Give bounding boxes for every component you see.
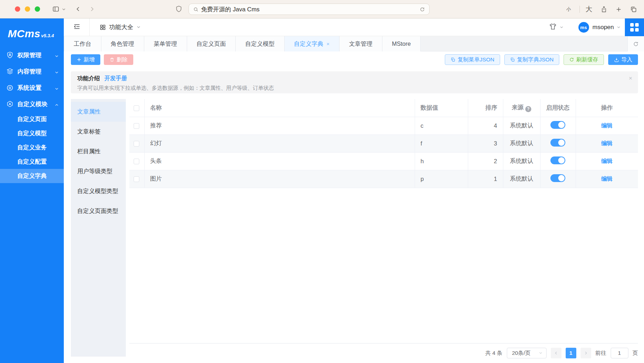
sidebar-subitem-label: 自定义页面 xyxy=(17,115,47,123)
sidebar-subitem-custom-model[interactable]: 自定义模型 xyxy=(0,126,64,141)
plus-icon xyxy=(77,57,82,62)
help-icon[interactable]: ? xyxy=(525,106,531,112)
shield-user-icon xyxy=(6,51,13,59)
refresh-icon xyxy=(569,57,574,62)
sidebar-item-label: 系统设置 xyxy=(17,84,55,92)
cell-source: 系统默认 xyxy=(503,170,540,188)
dict-nav-category-attr[interactable]: 栏目属性 xyxy=(71,142,126,161)
chevron-down-icon[interactable] xyxy=(617,24,621,31)
next-page-button[interactable] xyxy=(581,348,591,358)
browser-sidebar-icon[interactable] xyxy=(52,5,60,13)
close-banner-icon[interactable]: × xyxy=(629,75,632,82)
delete-button[interactable]: 删除 xyxy=(104,54,133,65)
row-checkbox[interactable] xyxy=(134,141,139,147)
user-avatar[interactable]: ms xyxy=(578,22,589,33)
row-checkbox[interactable] xyxy=(134,123,139,129)
address-bar[interactable]: 免费开源的 Java Cms xyxy=(189,4,430,15)
edit-link[interactable]: 编辑 xyxy=(601,122,612,128)
refresh-tab-button[interactable] xyxy=(627,36,644,51)
cell-value: c xyxy=(415,117,468,134)
minimize-window-button[interactable] xyxy=(25,6,30,12)
tab-label: 角色管理 xyxy=(111,40,134,48)
dict-nav-user-level[interactable]: 用户等级类型 xyxy=(71,161,126,181)
row-checkbox[interactable] xyxy=(134,159,139,164)
select-all-checkbox[interactable] xyxy=(134,105,139,111)
sidebar-subitem-custom-dict[interactable]: 自定义字典 xyxy=(0,169,64,183)
current-page-button[interactable]: 1 xyxy=(566,348,576,358)
table-header-row: 名称 数据值 排序 来源? 启用状态 操作 xyxy=(129,99,638,117)
collapse-sidebar-icon[interactable] xyxy=(73,23,81,32)
function-menu-button[interactable]: 功能大全 xyxy=(100,23,141,31)
sidebar-item-settings[interactable]: 系统设置 xyxy=(0,79,64,96)
tab-articles[interactable]: 文章管理 xyxy=(340,36,382,51)
page-size-select[interactable]: 20条/页 xyxy=(507,348,547,358)
table-row: 幻灯 f 3 系统默认 编辑 xyxy=(129,134,638,152)
tab-custom-dict[interactable]: 自定义字典 × xyxy=(285,36,340,51)
chevron-down-icon[interactable] xyxy=(560,24,564,31)
dict-nav-custom-model-type[interactable]: 自定义模型类型 xyxy=(71,181,126,201)
prev-page-button[interactable] xyxy=(551,348,561,358)
tab-menus[interactable]: 菜单管理 xyxy=(144,36,187,51)
close-window-button[interactable] xyxy=(15,6,20,12)
copy-dict-json-button[interactable]: 复制字典JSON xyxy=(504,54,559,65)
row-checkbox[interactable] xyxy=(134,176,139,182)
refresh-cache-button[interactable]: 刷新缓存 xyxy=(564,54,604,65)
dev-manual-link[interactable]: 开发手册 xyxy=(104,75,127,81)
import-button[interactable]: 导入 xyxy=(608,54,638,65)
reload-icon[interactable] xyxy=(420,7,425,12)
chevron-down-icon[interactable] xyxy=(62,7,66,11)
copy-menu-json-button[interactable]: 复制菜单JSON xyxy=(445,54,500,65)
privacy-shield-icon[interactable] xyxy=(176,5,182,12)
tab-custom-page[interactable]: 自定义页面 xyxy=(187,36,236,51)
sidebar-item-content[interactable]: 内容管理 xyxy=(0,63,64,79)
chevron-down-icon xyxy=(136,24,141,31)
zoom-window-button[interactable] xyxy=(35,6,40,12)
enabled-toggle[interactable] xyxy=(550,139,565,147)
cell-name: 幻灯 xyxy=(144,134,415,152)
username: msopen xyxy=(593,24,614,31)
new-tab-icon[interactable] xyxy=(616,6,622,12)
theme-tshirt-icon[interactable] xyxy=(549,23,557,32)
dict-nav-custom-page-type[interactable]: 自定义页面类型 xyxy=(71,201,126,221)
cell-sort: 2 xyxy=(468,152,503,170)
text-larger-button[interactable]: 大 xyxy=(586,5,592,14)
browser-chrome: 免费开源的 Java Cms 小 大 xyxy=(0,0,644,18)
sidebar-item-custom-modules[interactable]: 自定义模块 xyxy=(0,96,64,112)
sidebar-subitem-custom-page[interactable]: 自定义页面 xyxy=(0,112,64,126)
sidebar-subitem-custom-config[interactable]: 自定义配置 xyxy=(0,155,64,169)
app-grid-button[interactable] xyxy=(625,18,644,36)
cell-sort: 4 xyxy=(468,117,503,134)
page-unit-label: 页 xyxy=(633,350,638,357)
edit-link[interactable]: 编辑 xyxy=(601,140,612,146)
delete-button-label: 删除 xyxy=(117,56,128,64)
app-grid-icon xyxy=(630,23,639,32)
enabled-toggle[interactable] xyxy=(550,156,565,164)
col-enabled: 启用状态 xyxy=(540,99,576,117)
share-icon[interactable] xyxy=(601,6,607,13)
edit-link[interactable]: 编辑 xyxy=(601,158,612,164)
dict-nav-label: 栏目属性 xyxy=(77,148,101,155)
enabled-toggle[interactable] xyxy=(550,174,565,182)
goto-page-input[interactable] xyxy=(611,348,628,358)
tab-custom-model[interactable]: 自定义模型 xyxy=(236,36,285,51)
tab-roles[interactable]: 角色管理 xyxy=(101,36,144,51)
sidebar-subitem-custom-business[interactable]: 自定义业务 xyxy=(0,141,64,155)
dict-nav-article-tag[interactable]: 文章标签 xyxy=(71,122,126,142)
sidebar-item-permissions[interactable]: 权限管理 xyxy=(0,47,64,63)
cell-name: 推荐 xyxy=(144,117,415,134)
edit-link[interactable]: 编辑 xyxy=(601,176,612,182)
enabled-toggle[interactable] xyxy=(550,121,565,129)
text-smaller-button[interactable]: 小 xyxy=(566,6,571,12)
import-icon xyxy=(614,57,619,62)
forward-button[interactable] xyxy=(89,6,95,12)
toolbar-right: 复制菜单JSON 复制字典JSON 刷新缓存 导入 xyxy=(445,54,638,65)
back-button[interactable] xyxy=(75,6,81,12)
close-tab-icon[interactable]: × xyxy=(326,41,330,47)
add-button[interactable]: 新增 xyxy=(71,54,100,65)
tab-mstore[interactable]: MStore xyxy=(382,36,421,51)
tab-workbench[interactable]: 工作台 xyxy=(64,36,101,51)
tab-overview-icon[interactable] xyxy=(630,6,637,13)
toggle-knob xyxy=(558,139,565,146)
cell-source: 系统默认 xyxy=(503,152,540,170)
dict-nav-article-attr[interactable]: 文章属性 xyxy=(71,102,126,122)
